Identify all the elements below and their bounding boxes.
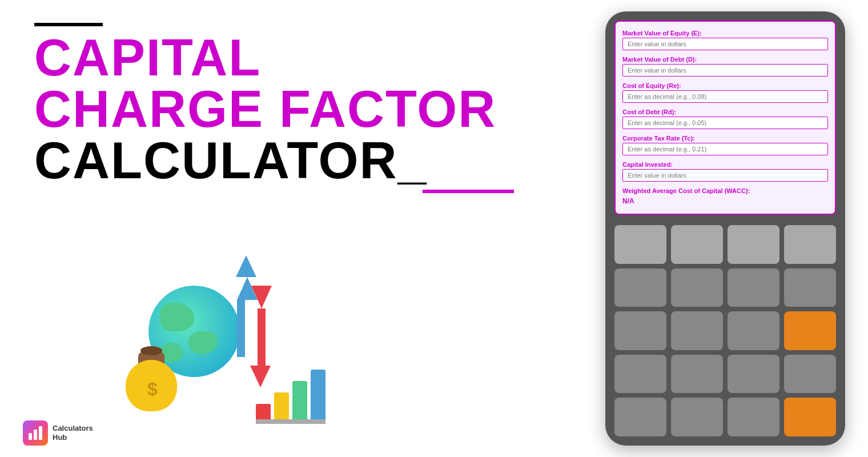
arrow-down-icon — [251, 286, 272, 366]
calc-btn-3[interactable] — [728, 225, 779, 264]
capital-invested-field: Capital Invested: — [622, 161, 828, 182]
cost-equity-label: Cost of Equity (Re): — [622, 82, 828, 89]
calculator-screen: Market Value of Equity (E): Market Value… — [614, 21, 836, 215]
debt-field: Market Value of Debt (D): — [622, 56, 828, 77]
calc-btn-14[interactable] — [671, 355, 723, 394]
logo-icon — [23, 420, 48, 446]
money-bag-icon: $ — [120, 337, 183, 411]
calc-btn-18[interactable] — [671, 398, 723, 436]
calc-btn-19[interactable] — [728, 398, 779, 436]
tax-rate-field: Corporate Tax Rate (Tc): — [622, 135, 828, 155]
calc-btn-11[interactable] — [728, 311, 779, 350]
calc-btn-20-orange[interactable] — [784, 398, 836, 436]
title-line3: CALCULATOR_ — [34, 135, 571, 186]
calculator: Market Value of Equity (E): Market Value… — [605, 11, 845, 446]
calc-btn-12-orange[interactable] — [784, 311, 836, 350]
calc-btn-1[interactable] — [614, 225, 666, 264]
calc-btn-13[interactable] — [614, 355, 666, 394]
wacc-value: N/A — [622, 197, 634, 205]
calc-btn-16[interactable] — [784, 355, 836, 394]
capital-invested-label: Capital Invested: — [622, 161, 828, 168]
calc-btn-10[interactable] — [671, 311, 723, 350]
calc-btn-17[interactable] — [614, 398, 666, 436]
cost-debt-field: Cost of Debt (Rd): — [622, 109, 828, 129]
wacc-result: Weighted Average Cost of Capital (WACC):… — [622, 187, 828, 206]
bar-chart-icon — [256, 366, 326, 434]
calc-btn-8[interactable] — [784, 268, 836, 307]
calculator-buttons — [605, 221, 845, 446]
equity-label: Market Value of Equity (E): — [622, 30, 828, 37]
calculators-hub-logo: Calculators Hub — [23, 420, 93, 446]
equity-input[interactable] — [622, 38, 828, 50]
calc-btn-2[interactable] — [671, 225, 723, 264]
black-bar — [34, 23, 103, 26]
svg-rect-1 — [34, 430, 37, 440]
purple-underline — [423, 190, 514, 193]
equity-field: Market Value of Equity (E): — [622, 30, 828, 50]
calc-btn-6[interactable] — [671, 268, 723, 307]
cost-equity-field: Cost of Equity (Re): — [622, 82, 828, 103]
calc-btn-5[interactable] — [614, 268, 666, 307]
svg-rect-2 — [39, 426, 42, 440]
cost-equity-input[interactable] — [622, 90, 828, 103]
calc-btn-7[interactable] — [728, 268, 779, 307]
logo-text: Calculators Hub — [53, 424, 93, 442]
wacc-label: Weighted Average Cost of Capital (WACC): — [622, 187, 828, 194]
cost-debt-input[interactable] — [622, 117, 828, 129]
cost-debt-label: Cost of Debt (Rd): — [622, 109, 828, 115]
svg-rect-0 — [29, 433, 32, 440]
left-section: CAPITAL CHARGE FACTOR CALCULATOR_ $ — [0, 0, 605, 457]
calc-btn-15[interactable] — [728, 355, 779, 394]
illustration: $ — [114, 274, 331, 434]
tax-rate-input[interactable] — [622, 143, 828, 155]
calc-btn-9[interactable] — [614, 311, 666, 350]
debt-label: Market Value of Debt (D): — [622, 56, 828, 63]
title-line1: CAPITAL — [34, 32, 571, 83]
debt-input[interactable] — [622, 64, 828, 77]
capital-invested-input[interactable] — [622, 169, 828, 182]
tax-rate-label: Corporate Tax Rate (Tc): — [622, 135, 828, 142]
title-line2: CHARGE FACTOR — [34, 83, 571, 135]
calc-btn-4[interactable] — [784, 225, 836, 264]
